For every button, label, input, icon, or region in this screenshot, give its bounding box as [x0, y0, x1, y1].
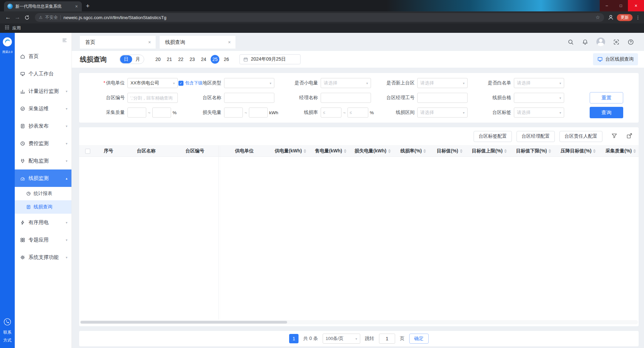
browser-tab[interactable]: 新一代用电信息采集系统 × [4, 1, 82, 11]
sidebar-item-special-apps[interactable]: 专题应用 ▾ [15, 231, 71, 249]
new-tab-icon[interactable]: + [86, 2, 90, 10]
sidebar-item-stats-report[interactable]: 统计报表 [15, 187, 71, 200]
profile-icon[interactable] [607, 14, 614, 21]
export-icon[interactable] [626, 133, 633, 140]
help-icon[interactable] [628, 39, 634, 45]
date-option-selected[interactable]: 25 [211, 55, 219, 64]
column-header-supply-kwh[interactable]: 供电量(kWh) [270, 148, 311, 154]
close-icon[interactable]: × [628, 0, 644, 11]
apps-grid-icon[interactable] [5, 25, 9, 31]
checkbox-checked-icon[interactable]: ✓ [178, 81, 183, 86]
contact-icon[interactable] [3, 318, 11, 327]
collect-quality-max-input[interactable] [152, 108, 171, 118]
whitelist-select[interactable]: 请选择 ▾ [514, 78, 564, 88]
sort-icon[interactable] [593, 149, 596, 153]
include-sub-checkbox-wrap[interactable]: ✓ 包含下级 [178, 80, 203, 86]
sidebar-item-distribution-monitor[interactable]: 配电监测 ▾ [15, 152, 71, 169]
loss-qualified-select[interactable]: ▾ [514, 93, 564, 103]
apps-label[interactable]: 应用 [12, 25, 21, 31]
sidebar-item-meter-reading[interactable]: 抄表发布 ▾ [15, 117, 71, 135]
loss-rate-min-wrap[interactable]: ≤ [321, 108, 341, 118]
sidebar-item-fee-control[interactable]: 费控监测 ▾ [15, 135, 71, 152]
station-tag-config-button[interactable]: 台区标签配置 [474, 131, 512, 142]
date-option[interactable]: 26 [221, 55, 232, 64]
manager-name-input[interactable] [321, 93, 371, 103]
reload-icon[interactable] [22, 14, 32, 21]
checkbox[interactable] [85, 149, 90, 154]
bookmark-star-icon[interactable]: ☆ [596, 14, 600, 20]
manager-id-input[interactable] [417, 93, 468, 103]
segment-day[interactable]: 日 [120, 55, 132, 63]
column-header-target-upper[interactable]: 目标值上限(%) [467, 148, 512, 154]
loss-rate-max-wrap[interactable]: ≤ [347, 108, 368, 118]
horizontal-scrollbar[interactable] [80, 320, 638, 324]
loss-power-max-input[interactable] [249, 108, 268, 118]
url-text[interactable]: neweic.js.sgcc.com.cn/#/llm/line/Station… [63, 15, 166, 20]
sort-icon[interactable] [548, 149, 551, 153]
menu-kebab-icon[interactable]: ⋮ [635, 15, 641, 20]
date-option[interactable]: 22 [175, 55, 186, 64]
jump-page-input[interactable] [379, 334, 395, 344]
sidebar-item-line-loss-query[interactable]: 线损查询 [15, 200, 71, 214]
segment-month[interactable]: 月 [132, 56, 144, 62]
loss-rate-max-input[interactable] [353, 110, 366, 115]
select-all-cell[interactable] [79, 149, 96, 154]
scrollbar-thumb[interactable] [80, 321, 287, 324]
station-manager-config-button[interactable]: 台区经理配置 [517, 131, 555, 142]
address-bar[interactable]: ⚠ 不安全 neweic.js.sgcc.com.cn/#/llm/line/S… [35, 13, 604, 22]
sidebar-item-metering-monitor[interactable]: 计量运行监测 ▾ [15, 82, 71, 100]
column-header-target-lower[interactable]: 目标值下限(%) [512, 148, 556, 154]
update-button[interactable]: 更新 [617, 14, 633, 21]
column-header-drop-target[interactable]: 压降目标值(%) [556, 148, 601, 154]
loss-rate-min-input[interactable] [327, 110, 339, 115]
sort-icon[interactable] [504, 149, 507, 153]
security-label[interactable]: 不安全 [45, 15, 58, 20]
date-option[interactable]: 21 [164, 55, 175, 64]
maximize-icon[interactable]: □ [614, 0, 628, 11]
bell-icon[interactable] [582, 39, 588, 45]
loss-range-select[interactable]: 请选择 ▾ [417, 108, 468, 118]
search-icon[interactable] [568, 39, 574, 45]
station-tag-select[interactable]: 请选择 ▾ [514, 108, 564, 118]
confirm-button[interactable]: 确定 [409, 334, 429, 344]
page-size-select[interactable]: 100条/页 ▾ [323, 334, 360, 344]
date-option[interactable]: 23 [186, 55, 198, 64]
reset-button[interactable]: 重置 [590, 92, 623, 103]
column-header-collect-quality[interactable]: 采集质量(%) [601, 148, 639, 154]
station-no-input[interactable] [127, 93, 178, 103]
query-button[interactable]: 查询 [590, 107, 623, 118]
tab-close-icon[interactable]: × [74, 4, 79, 9]
app-logo[interactable] [2, 37, 12, 48]
filter-icon[interactable] [611, 133, 618, 140]
column-header-sale-kwh[interactable]: 售电量(kWh) [311, 148, 351, 154]
sort-icon[interactable] [304, 149, 306, 153]
sidebar-item-workbench[interactable]: 个人工作台 [15, 65, 71, 82]
collect-quality-min-input[interactable] [127, 108, 146, 118]
sidebar-item-line-loss-monitor[interactable]: 线损监测 ▴ [15, 169, 71, 187]
date-option[interactable]: 20 [152, 55, 164, 64]
loss-power-min-input[interactable] [224, 108, 243, 118]
column-header-target[interactable]: 目标值(%) [432, 148, 467, 154]
sidebar-item-system-support[interactable]: 系统支撑功能 ▾ [15, 249, 71, 266]
collapse-sidebar-icon[interactable] [62, 38, 67, 44]
sidebar-item-orderly-power[interactable]: 有序用电 ▾ [15, 214, 71, 231]
station-line-loss-link[interactable]: 台区线损查询 [593, 53, 638, 65]
supply-unit-select[interactable]: XX市供电公司 ▾ [127, 78, 178, 88]
small-power-select[interactable]: 请选择 ▾ [321, 78, 371, 88]
worktab-home[interactable]: 首页 × [80, 36, 156, 49]
date-picker[interactable]: 2024年09月25日 [239, 54, 301, 64]
back-icon[interactable]: ← [3, 14, 13, 21]
sort-icon[interactable] [633, 149, 636, 153]
page-number-button[interactable]: 1 [289, 334, 299, 343]
sidebar-item-home[interactable]: 首页 [15, 48, 71, 65]
forward-icon[interactable]: → [13, 14, 22, 21]
scan-icon[interactable] [613, 39, 620, 45]
sidebar-item-collection-ops[interactable]: 采集运维 ▾ [15, 100, 71, 117]
column-header-loss-kwh[interactable]: 损失电量(kWh) [351, 148, 394, 154]
date-option[interactable]: 24 [198, 55, 209, 64]
region-type-select[interactable]: ▾ [224, 78, 274, 88]
column-header-loss-rate[interactable]: 线损率(%) [394, 148, 432, 154]
new-station-select[interactable]: 请选择 ▾ [417, 78, 468, 88]
sort-icon[interactable] [423, 149, 426, 153]
worktab-close-icon[interactable]: × [148, 40, 151, 45]
